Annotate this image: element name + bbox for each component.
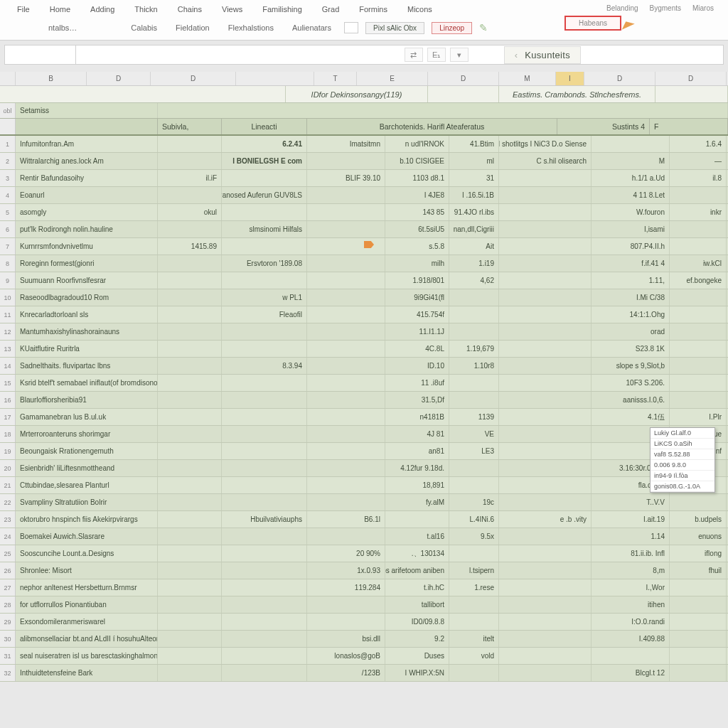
row-number[interactable]: 22 <box>0 494 16 510</box>
cell-e[interactable]: an81 <box>385 443 449 459</box>
cell-f[interactable]: nan,dll,Cigriii <box>449 221 499 237</box>
row-number[interactable]: 17 <box>0 409 16 425</box>
row-number[interactable]: 12 <box>0 323 16 340</box>
cell-h[interactable]: T..V.V <box>592 494 670 510</box>
table-row[interactable]: 6put'lk Rodirongh nolin.haulineslmsinomi… <box>0 221 728 238</box>
cell-h[interactable]: I.Mi C/38 <box>592 289 670 306</box>
cell-g[interactable] <box>499 614 592 630</box>
table-row[interactable]: 29ExsondomileranmeriswarelID0/09.8.8I:O.… <box>0 614 728 631</box>
cell-e[interactable]: 6t.5siU5 <box>385 221 449 237</box>
cell-label[interactable]: Sooscuncihe Lount.a.Designs <box>16 545 158 562</box>
table-row[interactable]: 28 for utflorrullos Pionantiubantallibor… <box>0 596 728 614</box>
cell-b[interactable] <box>158 272 222 289</box>
table-row[interactable]: 19Beoungaisk Rrationengemuthan81LE3thlgn… <box>0 443 728 460</box>
cell-i[interactable]: — <box>670 153 727 169</box>
row-number[interactable]: 5 <box>0 204 16 220</box>
cell-c[interactable]: 8.3.94 <box>222 358 307 374</box>
cell-f[interactable] <box>449 596 499 613</box>
table-row[interactable]: 16Blaurloffiorsheribia9131.5,Dfaanisss.I… <box>0 392 728 409</box>
cell-d[interactable]: BLIF 39.10 <box>307 170 385 186</box>
cell-b[interactable] <box>158 494 222 510</box>
cell-d[interactable] <box>307 221 385 237</box>
corner-cell[interactable] <box>0 72 16 85</box>
cell-d[interactable] <box>307 306 385 323</box>
cell-d[interactable] <box>307 426 385 442</box>
ribbon-tool-left[interactable]: ntalbs… <box>43 22 82 33</box>
row-number[interactable]: 7 <box>0 238 16 255</box>
cell-i[interactable]: ef.bongeke <box>670 272 727 289</box>
cell-label[interactable]: Gamamanebran lus B.ul.uk <box>16 409 158 425</box>
ribbon-tool-2[interactable]: Flexhalstions <box>223 22 279 33</box>
cell-e[interactable]: 143 85 <box>385 204 449 220</box>
cell-g[interactable] <box>499 579 592 596</box>
cell-h[interactable]: 81.ii.ib. Infl <box>592 545 670 562</box>
cell-e[interactable]: n4181B <box>385 409 449 425</box>
cell-e[interactable]: tallibort <box>385 596 449 613</box>
row-number[interactable]: 14 <box>0 358 16 374</box>
cell-d[interactable] <box>307 596 385 613</box>
cell-e[interactable]: 11.I1.1J <box>385 323 449 340</box>
row-number[interactable]: 23 <box>0 511 16 528</box>
cell-i[interactable]: iflong <box>670 545 727 562</box>
row-number[interactable]: 1 <box>0 136 16 152</box>
cell-label[interactable]: Raseoodlbagradoud10 Rom <box>16 289 158 306</box>
cell-f[interactable]: Ait <box>449 238 499 255</box>
cell-f[interactable]: vold <box>449 648 499 664</box>
cell-g[interactable] <box>499 221 592 237</box>
cell-h[interactable]: I.,Wor <box>592 579 670 596</box>
cell-c[interactable] <box>222 272 307 289</box>
cell-e[interactable]: ID.10 <box>385 358 449 374</box>
col-blank[interactable] <box>236 72 314 85</box>
ribbon-tab-grad[interactable]: Grad <box>312 3 349 17</box>
ribbon-tab-views[interactable]: Views <box>212 3 252 17</box>
cell-label[interactable]: put'lk Rodirongh nolin.hauline <box>16 221 158 237</box>
row-number[interactable]: 6 <box>0 221 16 237</box>
cell-d[interactable] <box>307 289 385 306</box>
ribbon-right-2[interactable]: Miaros <box>692 4 714 12</box>
cell-g[interactable] <box>499 665 592 681</box>
cell-c[interactable]: Hbuilvativiauphs <box>222 511 307 528</box>
name-box[interactable] <box>5 46 76 64</box>
row-number[interactable]: 32 <box>0 665 16 681</box>
hdr-1[interactable]: Subivla, <box>158 119 222 134</box>
row-number[interactable]: 20 <box>0 460 16 476</box>
table-row[interactable]: 3Rentir Bafundasoihyil.iFBLIF 39.101103 … <box>0 170 728 187</box>
cell-label[interactable]: Roreginn formest(gionri <box>16 255 158 272</box>
table-row[interactable]: 25Sooscuncihe Lount.a.Designs20 90%.、130… <box>0 545 728 562</box>
cell-d[interactable] <box>307 460 385 476</box>
cell-c[interactable] <box>222 392 307 408</box>
cell-h[interactable]: 807.P4.II.h <box>592 238 670 255</box>
cell-b[interactable] <box>158 528 222 545</box>
col-b[interactable]: B <box>16 72 87 85</box>
cell-b[interactable] <box>158 665 222 681</box>
cell-b[interactable] <box>158 375 222 391</box>
row-number[interactable]: 8 <box>0 255 16 272</box>
cell-g[interactable] <box>499 306 592 323</box>
table-row[interactable]: 15Ksrid btelf't semabael iniflaut(of bro… <box>0 375 728 392</box>
cell-d[interactable] <box>307 272 385 289</box>
row-number[interactable]: 4 <box>0 187 16 203</box>
cell-e[interactable]: 4.12fur 9.18d. <box>385 460 449 476</box>
cell-b[interactable]: okul <box>158 204 222 220</box>
cell-f[interactable]: l.tsipern <box>449 562 499 579</box>
cell-b[interactable] <box>158 545 222 562</box>
cell-i[interactable] <box>670 289 727 306</box>
cell-b[interactable] <box>158 306 222 323</box>
cell-i[interactable] <box>670 358 727 374</box>
col-i-selected[interactable]: I <box>556 72 584 85</box>
ribbon-tab-adding[interactable]: Adding <box>80 3 124 17</box>
cell-g[interactable] <box>499 392 592 408</box>
cell-h[interactable]: I,isami <box>592 221 670 237</box>
cell-d[interactable] <box>307 375 385 391</box>
cell-label[interactable]: Esienbridh' liLiftesnmottheand <box>16 460 158 476</box>
cell-b[interactable] <box>158 596 222 613</box>
cell-c[interactable] <box>222 648 307 664</box>
cell-f[interactable] <box>449 460 499 476</box>
ribbon-tab-famil[interactable]: Familishing <box>252 3 312 17</box>
cell-e[interactable]: ps arifetoom aniben <box>385 562 449 579</box>
row-number[interactable]: 26 <box>0 562 16 579</box>
cell-b[interactable] <box>158 136 222 152</box>
cell-b[interactable] <box>158 631 222 647</box>
cell-e[interactable]: 11 .i8uf <box>385 375 449 391</box>
cell-i[interactable]: fhuil <box>670 562 727 579</box>
